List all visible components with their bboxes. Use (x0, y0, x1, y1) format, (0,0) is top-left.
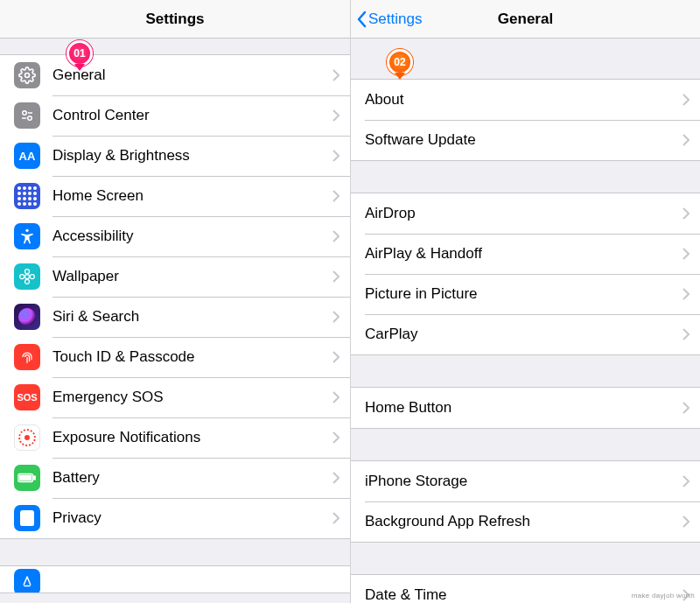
chevron-right-icon (682, 402, 690, 414)
svg-point-7 (25, 270, 30, 274)
sliders-icon (14, 102, 40, 129)
nav-bar: Settings General (351, 0, 700, 39)
row-label: AirDrop (365, 205, 682, 222)
chevron-right-icon (332, 311, 340, 323)
row-label: Wallpaper (52, 268, 332, 285)
back-button[interactable]: Settings (356, 0, 422, 39)
row-touch-id-passcode[interactable]: Touch ID & Passcode (0, 337, 350, 377)
svg-point-8 (25, 279, 30, 284)
chevron-right-icon (682, 288, 690, 300)
row-background-app-refresh[interactable]: Background App Refresh (351, 501, 700, 542)
row-emergency-sos[interactable]: SOS Emergency SOS (0, 377, 350, 417)
row-label: Display & Brightness (52, 147, 332, 165)
row-home-screen[interactable]: Home Screen (0, 176, 350, 216)
row-app-store-partial[interactable] (0, 566, 350, 592)
siri-icon (14, 304, 40, 330)
svg-point-1 (23, 111, 27, 116)
row-label: Battery (52, 469, 332, 487)
row-wallpaper[interactable]: Wallpaper (0, 256, 350, 297)
chevron-right-icon (332, 351, 340, 363)
hand-icon (14, 505, 40, 531)
row-label: AirPlay & Handoff (365, 245, 682, 263)
chevron-right-icon (332, 431, 340, 444)
chevron-right-icon (682, 515, 690, 528)
chevron-right-icon (682, 475, 690, 487)
svg-point-0 (25, 74, 30, 78)
row-label: iPhone Storage (365, 473, 682, 490)
chevron-right-icon (332, 230, 340, 242)
row-label: General (52, 67, 332, 84)
row-airdrop[interactable]: AirDrop (351, 193, 700, 234)
chevron-right-icon (682, 328, 690, 340)
general-screen: Settings General 02 About Software Updat… (350, 0, 700, 603)
row-exposure-notifications[interactable]: Exposure Notifications (0, 417, 350, 458)
row-about[interactable]: About (351, 80, 700, 120)
row-software-update[interactable]: Software Update (351, 120, 700, 160)
flower-icon (14, 263, 40, 290)
row-label: Picture in Picture (365, 285, 682, 303)
row-picture-in-picture[interactable]: Picture in Picture (351, 274, 700, 314)
chevron-right-icon (332, 109, 340, 122)
row-accessibility[interactable]: Accessibility (0, 216, 350, 256)
general-list[interactable]: About Software Update AirDrop AirPlay & … (351, 39, 700, 603)
nav-title: General (498, 11, 553, 28)
settings-list[interactable]: General Control Center AA Display & Brig… (0, 39, 350, 603)
row-privacy[interactable]: Privacy (0, 498, 350, 538)
row-label: Exposure Notifications (52, 429, 332, 446)
row-label: Siri & Search (52, 308, 332, 326)
battery-icon (14, 465, 40, 491)
row-label: Control Center (52, 107, 332, 124)
row-airplay-handoff[interactable]: AirPlay & Handoff (351, 234, 700, 274)
nav-bar: Settings (0, 0, 350, 39)
chevron-right-icon (332, 69, 340, 81)
apps-grid-icon (14, 183, 40, 209)
row-label: Home Button (365, 399, 682, 417)
watermark: make dayjob worth (632, 592, 695, 599)
chevron-right-icon (332, 270, 340, 283)
row-iphone-storage[interactable]: iPhone Storage (351, 461, 700, 501)
chevron-right-icon (332, 391, 340, 403)
nav-title: Settings (145, 11, 204, 28)
row-display-brightness[interactable]: AA Display & Brightness (0, 136, 350, 176)
svg-point-5 (25, 229, 28, 232)
row-siri-search[interactable]: Siri & Search (0, 297, 350, 337)
row-carplay[interactable]: CarPlay (351, 314, 700, 354)
row-label: Home Screen (52, 187, 332, 205)
chevron-right-icon (332, 512, 340, 524)
back-label: Settings (368, 11, 422, 28)
sos-icon: SOS (14, 384, 40, 410)
svg-point-10 (30, 275, 34, 279)
row-label: CarPlay (365, 326, 682, 343)
accessibility-icon (14, 223, 40, 249)
chevron-right-icon (682, 207, 690, 220)
row-home-button[interactable]: Home Button (351, 388, 700, 428)
exposure-icon (14, 424, 40, 451)
row-label: Background App Refresh (365, 513, 682, 530)
row-label: Software Update (365, 131, 682, 149)
chevron-right-icon (332, 472, 340, 484)
chevron-right-icon (332, 190, 340, 202)
svg-point-3 (28, 116, 32, 121)
row-label: Accessibility (52, 228, 332, 245)
row-general[interactable]: General (0, 55, 350, 95)
chevron-right-icon (682, 134, 690, 146)
row-label: Touch ID & Passcode (52, 348, 332, 366)
row-battery[interactable]: Battery (0, 458, 350, 498)
app-store-icon (14, 569, 40, 592)
text-size-icon: AA (14, 143, 40, 169)
chevron-right-icon (332, 150, 340, 162)
fingerprint-icon (14, 344, 40, 370)
settings-screen: Settings 01 General Control Center (0, 0, 350, 603)
svg-point-9 (20, 275, 24, 279)
gear-icon (14, 62, 40, 88)
row-label: About (365, 91, 682, 109)
chevron-left-icon (356, 11, 367, 28)
row-label: Emergency SOS (52, 389, 332, 406)
chevron-right-icon (682, 94, 690, 106)
row-label: Privacy (52, 509, 332, 527)
svg-rect-12 (33, 476, 35, 480)
svg-point-6 (25, 275, 30, 279)
svg-rect-13 (20, 475, 32, 480)
chevron-right-icon (682, 248, 690, 260)
row-control-center[interactable]: Control Center (0, 95, 350, 136)
